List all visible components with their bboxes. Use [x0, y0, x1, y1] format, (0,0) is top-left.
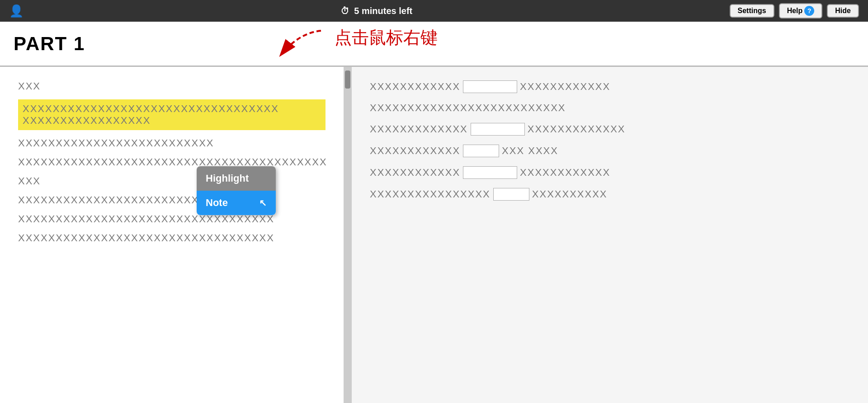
timer-icon: ⏱	[340, 6, 349, 16]
right-line-6-after: XXXXXXXXXX	[532, 188, 608, 200]
left-line-3: XXXXXXXXXXXXXXXXXXXXXXXXXX	[18, 137, 326, 149]
right-line-5-before: XXXXXXXXXXXX	[370, 167, 460, 178]
topbar-center: ⏱ 5 minutes left	[340, 6, 412, 16]
left-line-7: XXXXXXXXXXXXXXXXXXXXXXXXXXXXXXXXXX	[18, 213, 326, 225]
topbar: 👤 ⏱ 5 minutes left Settings Help ? Hide	[0, 0, 868, 22]
user-icon: 👤	[9, 4, 24, 18]
right-line-2: XXXXXXXXXXXXXXXXXXXXXXXXXX	[370, 102, 850, 114]
main-content: XXX XXXXXXXXXXXXXXXXXXXXXXXXXXXXXXXXXX X…	[0, 67, 868, 403]
right-line-3: XXXXXXXXXXXXX XXXXXXXXXXXXX	[370, 123, 850, 136]
menu-highlight[interactable]: Highlight	[197, 166, 276, 191]
part-title: PART 1	[14, 33, 85, 55]
left-line-5: XXX	[18, 175, 326, 187]
right-panel: XXXXXXXXXXXX XXXXXXXXXXXX XXXXXXXXXXXXXX…	[352, 67, 868, 403]
hide-button[interactable]: Hide	[827, 4, 859, 18]
right-line-1-before: XXXXXXXXXXXX	[370, 81, 460, 93]
timer-text: 5 minutes left	[354, 6, 412, 16]
scroll-thumb[interactable]	[345, 70, 350, 89]
help-button[interactable]: Help ?	[779, 3, 823, 19]
help-badge: ?	[804, 6, 814, 16]
right-line-1-after: XXXXXXXXXXXX	[520, 81, 610, 93]
chinese-annotation: 点击鼠标右键	[335, 26, 438, 49]
arrow-svg	[262, 24, 335, 65]
annotation-area: 点击鼠标右键	[262, 24, 438, 65]
right-line-1: XXXXXXXXXXXX XXXXXXXXXXXX	[370, 80, 850, 93]
right-line-6-before: XXXXXXXXXXXXXXXX	[370, 188, 491, 200]
right-line-4: XXXXXXXXXXXX XXX XXXX	[370, 145, 850, 157]
menu-note[interactable]: Note ↖	[197, 191, 276, 215]
cursor-icon: ↖	[259, 197, 267, 208]
context-menu: Highlight Note ↖	[197, 166, 276, 215]
highlighted-text-2: XXXXXXXXXXXXXXXXX	[23, 115, 151, 126]
right-line-5: XXXXXXXXXXXX XXXXXXXXXXXX	[370, 166, 850, 179]
part-header: PART 1 点击鼠标右键	[0, 22, 868, 67]
left-panel: XXX XXXXXXXXXXXXXXXXXXXXXXXXXXXXXXXXXX X…	[0, 67, 344, 403]
scrollbar[interactable]	[344, 67, 352, 403]
highlighted-text-1: XXXXXXXXXXXXXXXXXXXXXXXXXXXXXXXXXX	[23, 103, 279, 114]
topbar-right: Settings Help ? Hide	[730, 3, 859, 19]
left-line-1: XXX	[18, 80, 326, 92]
menu-note-label: Note	[206, 197, 228, 209]
help-label: Help	[787, 7, 803, 15]
right-line-5-after: XXXXXXXXXXXX	[520, 167, 610, 178]
topbar-left: 👤	[9, 4, 24, 18]
settings-button[interactable]: Settings	[730, 4, 774, 18]
left-line-4: XXXXXXXXXXXXXXXXXXXXXXXXXXXXXXXXXXXXXXXX…	[18, 156, 326, 168]
right-input-1[interactable]	[463, 80, 517, 93]
right-line-4-after: XXX XXXX	[502, 145, 558, 157]
right-input-4[interactable]	[463, 145, 499, 157]
right-input-6[interactable]	[493, 188, 529, 201]
right-input-5[interactable]	[463, 166, 517, 179]
right-line-6: XXXXXXXXXXXXXXXX XXXXXXXXXX	[370, 188, 850, 201]
right-line-3-before: XXXXXXXXXXXXX	[370, 123, 468, 135]
right-line-3-after: XXXXXXXXXXXXX	[528, 123, 626, 135]
highlighted-block: XXXXXXXXXXXXXXXXXXXXXXXXXXXXXXXXXX XXXXX…	[18, 99, 326, 130]
right-line-4-before: XXXXXXXXXXXX	[370, 145, 460, 157]
left-line-8: XXXXXXXXXXXXXXXXXXXXXXXXXXXXXXXXXX	[18, 232, 326, 244]
right-line-2-text: XXXXXXXXXXXXXXXXXXXXXXXXXX	[370, 102, 566, 114]
left-line-6: XXXXXXXXXXXXXXXXXXXXXXXXXXXXXXXXXX	[18, 194, 326, 206]
right-input-3[interactable]	[471, 123, 525, 136]
